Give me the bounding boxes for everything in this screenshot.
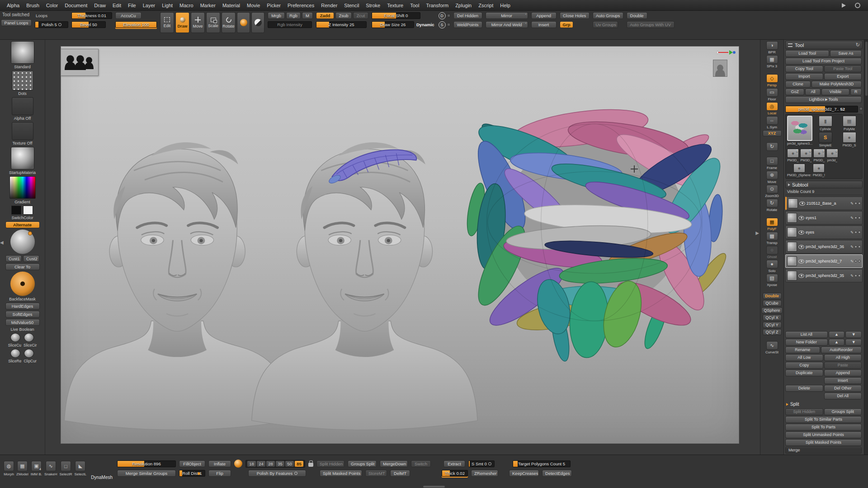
cylinde-thumbnail[interactable]: ▮ [819,116,832,127]
collapse-left-arrow[interactable]: ◀ [0,239,5,246]
polish-slider[interactable]: Polish 5 [35,21,68,28]
menu-zscript[interactable]: Zscript [475,2,496,9]
shelf-transp[interactable]: ▩Transp [766,232,778,245]
session-circle-icon[interactable] [854,2,862,9]
shelf-qcyl-z[interactable]: QCyl Z [763,329,782,335]
toggle-dot-icon[interactable] [858,216,861,219]
active-tool-thumbnail[interactable] [787,116,812,141]
polypaint-icon[interactable]: ✎ [850,230,854,235]
shelf-qcyl-x[interactable]: QCyl X [763,314,782,321]
folder-up-button[interactable]: ▲ [829,339,845,346]
size-preset-50[interactable]: 50 [285,461,294,467]
palette-menu-icon[interactable] [788,43,793,47]
inventory-item[interactable]: ▮Cylinde [814,116,837,131]
mirror-button[interactable]: Mirror [486,12,528,19]
accucu-button[interactable]: AccuCu [115,12,142,19]
mini-square[interactable] [447,14,450,17]
menu-texture[interactable]: Texture [384,2,406,9]
zremesher-button[interactable]: ZRemesher [471,470,498,477]
menu-stroke[interactable]: Stroke [363,2,383,9]
shelf-bpr[interactable]: ◑BPR [766,41,778,54]
panel-scrollbar[interactable] [864,40,868,455]
pm3d-thumbnail[interactable]: ●6 [826,149,838,158]
split-unmasked-points-button[interactable]: Split Unmasked Points [785,432,862,438]
slicecu-icon[interactable] [10,333,20,342]
alpha-thumbnail-icon[interactable] [12,97,33,115]
insert-button[interactable]: Insert [531,21,557,28]
tool-palette-header[interactable]: Tool ↻ [785,41,863,49]
menu-picker[interactable]: Picker [264,2,284,9]
menu-zplugin[interactable]: Zplugin [452,2,475,9]
inventory-item[interactable]: ●PM3D_! [813,164,825,177]
brush-ring-tile[interactable] [237,12,250,33]
active-tool-slider[interactable]: pm3d_sphere3d2_7.. 52 [785,106,858,113]
groups-split-button[interactable]: Groups Split [824,408,862,415]
mini-square[interactable] [447,23,450,26]
resolution-slider[interactable]: Resolution 896 [117,460,176,467]
elevation-slider[interactable]: Elevation 100 [115,21,157,28]
visibility-eye-icon[interactable] [798,274,804,278]
cust1-button[interactable]: Cust1 [5,255,22,262]
insert-button[interactable]: Insert [824,377,862,384]
subtool-row-pm3d-sphere3d2-36[interactable]: pm3d_sphere3d2_36✎ [785,240,863,253]
split-header[interactable]: Split [785,401,863,408]
visibility-eye-icon[interactable] [798,216,804,220]
pm3d-s-thumbnail[interactable]: ● [843,132,856,143]
menu-edit[interactable]: Edit [109,2,124,9]
shelf-qcube[interactable]: QCube [763,300,782,306]
new-folder-button[interactable]: New Folder [785,339,828,346]
menu-render[interactable]: Render [318,2,340,9]
roll-dist-slider[interactable]: Roll Dist 1 [179,470,205,477]
toggle-dot-icon[interactable] [854,231,857,234]
tool-slider-swatch[interactable] [859,107,863,110]
inventory-item[interactable]: ●PM3D_S [838,132,861,147]
merge-button[interactable]: Merge [785,447,862,454]
mergedown-button[interactable]: MergeDown [380,460,408,467]
mrgb-button[interactable]: Mrgb [268,12,285,19]
inventory-item[interactable]: ●6PM3D_ [787,149,799,162]
split-to-parts-button[interactable]: Split To Parts [785,424,862,431]
subtool-row-eyes1[interactable]: eyes1✎ [785,211,863,225]
arrow-up-button[interactable]: ▲ [829,331,845,338]
mini-tool-snakeh[interactable]: ∿SnakeH [44,461,57,476]
viewport-canvas[interactable] [61,46,739,444]
softedges-button[interactable]: SoftEdges [5,311,40,318]
s-round-button[interactable]: S [439,21,446,28]
pm3d-thumbnail[interactable]: ●9 [813,149,825,158]
mini-tool-selectl[interactable]: ◣SelectL [75,461,87,476]
menu-tool[interactable]: Tool [407,2,422,9]
polypaint-icon[interactable]: ✎ [850,216,854,220]
menu-layer[interactable]: Layer [140,2,159,9]
shelf-zoom3d[interactable]: ⊙Zoom3D [765,185,779,198]
shelf-solo[interactable]: ●Solo [766,260,778,273]
menu-material[interactable]: Material [219,2,243,9]
grp-button[interactable]: Grp [560,21,573,28]
toggle-dot-icon[interactable] [858,274,861,277]
thick-slider[interactable]: Thick 0.02 [442,470,468,477]
polypaint-icon[interactable]: ✎ [850,274,854,278]
mini-tool-selectr[interactable]: □SelectR [60,461,72,476]
menu-draw[interactable]: Draw [91,2,109,9]
midvalue50-button[interactable]: MidValue50 [5,319,40,326]
flip-button[interactable]: Flip [208,470,231,477]
scale-tile[interactable]: Scale [206,12,220,33]
save-as-button[interactable]: Save As [830,50,862,57]
append-button[interactable]: Append [824,370,862,376]
menu-alpha[interactable]: Alpha [4,2,23,9]
pm3d-sphere-thumbnail[interactable]: ● [793,164,805,173]
delete-button[interactable]: Delete [785,385,823,392]
double-button[interactable]: Double [627,12,647,19]
tool-preview-icon[interactable] [713,60,727,77]
polypaint-icon[interactable]: ✎ [850,202,854,206]
tray-resize-handle[interactable] [423,486,445,488]
stroke-sphere-tile[interactable] [251,12,264,33]
secondary-color-swatch[interactable] [23,206,33,215]
shelf-xyz[interactable]: XYZ [763,130,782,136]
make-polymesh3d-button[interactable]: Make PolyMesh3D [811,81,862,88]
menu-brush[interactable]: Brush [23,2,42,9]
color-sphere[interactable] [10,230,35,254]
visibility-eye-icon[interactable] [798,245,804,249]
toggle-dot-icon[interactable] [854,216,857,219]
visible-button[interactable]: Visible [821,89,849,95]
del-all-button[interactable]: Del All [824,393,862,399]
